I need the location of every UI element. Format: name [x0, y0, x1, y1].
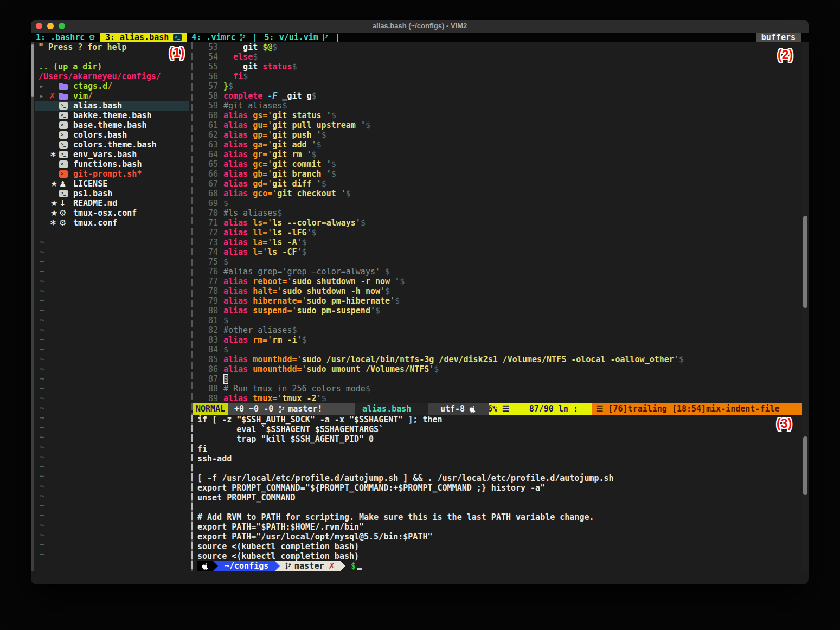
line-number: 62 [193, 130, 223, 140]
code-token: ' [297, 237, 302, 247]
code-token: halt= [253, 286, 277, 296]
code-token: ' [297, 335, 302, 345]
line-number: 64 [193, 150, 223, 159]
editor-scrollbar-thumb[interactable] [803, 216, 807, 308]
code-token [248, 130, 253, 140]
terminal-pane[interactable]: if [ -z "$SSH_AUTH_SOCK" -a -x "$SSHAGEN… [193, 415, 802, 571]
code-token: gp= [253, 130, 267, 140]
tree-row-path[interactable]: /Users/akarneyeu/configs/ [34, 72, 190, 81]
code-token: alias [223, 237, 248, 247]
code-token: git add [272, 140, 311, 150]
tilde-marker: ~ [40, 267, 44, 277]
code-token: ' [317, 179, 322, 189]
gear-icon: ⚙ [88, 33, 95, 42]
tab-label: 5: v/ui.vim [265, 33, 318, 42]
editor-line: 85alias mounthdd='sudo /usr/local/bin/nt… [193, 355, 802, 364]
code-token: $ [331, 169, 336, 179]
code-token: gs= [253, 111, 267, 120]
terminal-line: export PATH="$PATH:$HOME/.rvm/bin" [197, 522, 799, 532]
line-number: 56 [193, 72, 223, 81]
line-number: 59 [193, 101, 223, 111]
tree-row-ps1.bash[interactable]: >_ps1.bash [34, 189, 190, 198]
code-token: git [223, 62, 262, 72]
tree-row-ctags.d[interactable]: ▸ctags.d/ [34, 81, 190, 91]
code-token: la= [253, 237, 267, 247]
file-name: README.md [73, 198, 117, 208]
tree-row-up[interactable]: .. (up a dir) [34, 62, 190, 72]
code-token: ' [272, 189, 277, 198]
tree-row-env_vars.bash[interactable]: *>_env_vars.bash [34, 150, 190, 159]
tab-bar: 1: .bashrc⚙3: alias.bash>_4: .vimrc|5: v… [31, 33, 809, 42]
terminal-scrollbar-thumb[interactable] [803, 436, 807, 495]
terminal-file-icon: >_ [59, 112, 68, 119]
editor-scrollbar[interactable] [802, 42, 809, 571]
branch-icon [279, 406, 285, 413]
tree-row-bakke.theme.bash[interactable]: >_bakke.theme.bash [34, 111, 190, 120]
code-token: $ [366, 384, 370, 394]
line-number: 80 [193, 306, 223, 316]
mode-indicator: NORMAL [193, 403, 228, 415]
code-token: git [223, 42, 262, 52]
modified-terminal-file-icon: >_ [59, 170, 68, 178]
code-token: ' [267, 140, 272, 150]
line-number: 67 [193, 179, 223, 189]
tree-row-colors.bash[interactable]: >_colors.bash [34, 130, 190, 140]
tree-row-tmux-osx.conf[interactable]: ★⚙tmux-osx.conf [34, 208, 190, 218]
code-token: sudo shutdown -r now [292, 277, 395, 286]
badge-icon: ★ [50, 198, 57, 208]
code-token: else [233, 52, 253, 62]
code-token: alias [223, 228, 248, 237]
editor-line: 64alias gr='git rm '$ [193, 150, 802, 159]
shell-prompt: ~/configsmaster✗$ [197, 561, 799, 571]
editor-line: 71alias ls='ls --color=always'$ [193, 218, 802, 228]
code-token: $ [395, 296, 400, 306]
line-number: 54 [193, 52, 223, 62]
cursor: $ [223, 374, 228, 384]
buffers-button[interactable]: buffers [756, 33, 801, 42]
terminal-file-icon: >_ [59, 190, 68, 197]
terminal-cursor [357, 568, 362, 570]
tree-row-functions.bash[interactable]: >_functions.bash [34, 159, 190, 169]
tab-4-.vimrc[interactable]: 4: .vimrc [187, 33, 250, 42]
code-token: $ [223, 345, 228, 355]
editor-line: 80alias suspend='sudo pm-suspend'$ [193, 306, 802, 316]
editor-line: 76#alias grep='grep —color=always' $ [193, 267, 802, 277]
tree-row-git-prompt.sh*[interactable]: >_git-prompt.sh* [34, 169, 190, 179]
editor-pane[interactable]: 53 git $@$54 else$55 git status$56 fi$57… [193, 42, 802, 403]
terminal-line: # Add RVM to PATH for scripting. Make su… [197, 512, 799, 522]
terminal-line: source <(kubectl completion bash) [197, 542, 799, 551]
code-token: $ [292, 62, 297, 72]
code-token [248, 247, 253, 257]
tree-row-alias.bash[interactable]: >_alias.bash [34, 101, 190, 111]
file-name: tmux.conf [73, 218, 117, 228]
code-token: alias [223, 306, 248, 316]
code-token: git checkout [277, 189, 341, 198]
tree-row-colors.theme.bash[interactable]: >_colors.theme.bash [34, 140, 190, 150]
tree-row-README.md[interactable]: ★↓README.md [34, 198, 190, 208]
code-token: $ [253, 52, 258, 62]
tree-row-base.theme.bash[interactable]: >_base.theme.bash [34, 120, 190, 130]
code-token: hibernate= [253, 296, 302, 306]
tab-3-alias.bash[interactable]: 3: alias.bash>_ [100, 33, 187, 42]
tree-row-LICENSE[interactable]: ★♟LICENSE [34, 179, 190, 189]
tab-1-.bashrc[interactable]: 1: .bashrc⚙ [31, 33, 100, 42]
code-token: ' [297, 355, 302, 364]
tab-5-v-ui.vim[interactable]: 5: v/ui.vim [260, 33, 333, 42]
editor-line: 54 else$ [193, 52, 802, 62]
terminal-file-icon: >_ [59, 131, 68, 139]
dir-slash: / [107, 81, 112, 91]
code-token: sudo /usr/local/bin/ntfs-3g /dev/disk2s1… [302, 355, 674, 364]
gear-icon: ⚙ [59, 218, 66, 228]
code-token [248, 169, 253, 179]
code-token: $ [223, 257, 228, 267]
file-name: env_vars.bash [73, 150, 137, 159]
code-token: alias [223, 218, 248, 228]
editor-line: 70#ls aliases$ [193, 208, 802, 218]
tree-row-vim[interactable]: ▸✗vim/ [34, 91, 190, 101]
tree-row-tmux.conf[interactable]: *⚙tmux.conf [34, 218, 190, 228]
tilde-marker: ~ [40, 237, 44, 247]
badge-icon: ★ [50, 208, 57, 218]
tilde-marker: ~ [40, 423, 44, 433]
line-number: 60 [193, 111, 223, 120]
terminal-file-icon: >_ [59, 160, 68, 168]
